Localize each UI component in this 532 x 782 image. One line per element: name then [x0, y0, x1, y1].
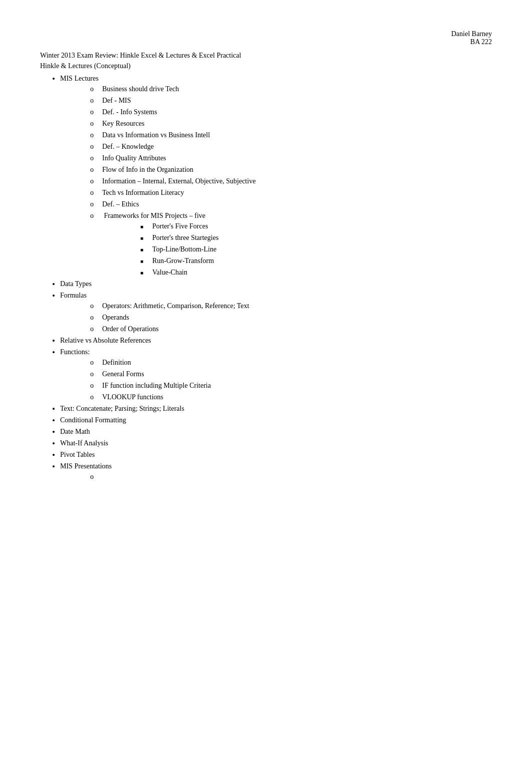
- list-item: What-If Analysis: [60, 438, 492, 448]
- list-item: Pivot Tables: [60, 449, 492, 460]
- list-item: Def. - Info Systems: [90, 107, 492, 117]
- list-item: Tech vs Information Literacy: [90, 187, 492, 198]
- list-item: Def - MIS: [90, 95, 492, 106]
- author-name: Daniel Barney: [451, 30, 492, 38]
- list-item: Order of Operations: [90, 324, 492, 334]
- sub-list: Operators: Arithmetic, Comparison, Refer…: [90, 301, 492, 334]
- sub-list: [90, 471, 492, 482]
- list-item: Formulas Operators: Arithmetic, Comparis…: [60, 290, 492, 334]
- list-item: MIS Presentations: [60, 461, 492, 482]
- sub-list: Definition General Forms IF function inc…: [90, 357, 492, 402]
- list-item: Run-Grow-Transform: [140, 255, 492, 266]
- list-item: Info Quality Attributes: [90, 153, 492, 163]
- list-item: Def. – Knowledge: [90, 141, 492, 152]
- list-item: VLOOKUP functions: [90, 392, 492, 402]
- list-item: Definition: [90, 357, 492, 368]
- list-item: Functions: Definition General Forms IF f…: [60, 347, 492, 402]
- list-item: Frameworks for MIS Projects – five Porte…: [90, 210, 492, 278]
- list-item: Text: Concatenate; Parsing; Strings; Lit…: [60, 403, 492, 414]
- sub-list: Business should drive Tech Def - MIS Def…: [90, 84, 492, 278]
- list-item: General Forms: [90, 369, 492, 379]
- list-item: Key Resources: [90, 118, 492, 129]
- list-item: MIS Lectures Business should drive Tech …: [60, 73, 492, 278]
- list-item: Relative vs Absolute References: [60, 335, 492, 346]
- main-content: Winter 2013 Exam Review: Hinkle Excel & …: [40, 50, 492, 482]
- author-block: Daniel Barney BA 222: [40, 30, 492, 46]
- page-title: Winter 2013 Exam Review: Hinkle Excel & …: [40, 50, 492, 71]
- list-item: Def. – Ethics: [90, 199, 492, 209]
- list-item: Information – Internal, External, Object…: [90, 176, 492, 186]
- list-item: Porter's three Startegies: [140, 232, 492, 243]
- list-item: Operands: [90, 312, 492, 323]
- list-item: [90, 471, 492, 482]
- list-item: Top-Line/Bottom-Line: [140, 244, 492, 254]
- course-code: BA 222: [470, 38, 492, 46]
- sub-sub-list: Porter's Five Forces Porter's three Star…: [140, 221, 492, 278]
- list-item: Value-Chain: [140, 267, 492, 278]
- list-item: Data vs Information vs Business Intell: [90, 130, 492, 140]
- list-item: Flow of Info in the Organization: [90, 164, 492, 175]
- list-item: Business should drive Tech: [90, 84, 492, 94]
- list-item: IF function including Multiple Criteria: [90, 380, 492, 391]
- list-item: Date Math: [60, 426, 492, 437]
- list-item: Data Types: [60, 279, 492, 289]
- list-item: Conditional Formatting: [60, 415, 492, 425]
- list-item: Porter's Five Forces: [140, 221, 492, 231]
- outline-list: MIS Lectures Business should drive Tech …: [60, 73, 492, 482]
- list-item: Operators: Arithmetic, Comparison, Refer…: [90, 301, 492, 311]
